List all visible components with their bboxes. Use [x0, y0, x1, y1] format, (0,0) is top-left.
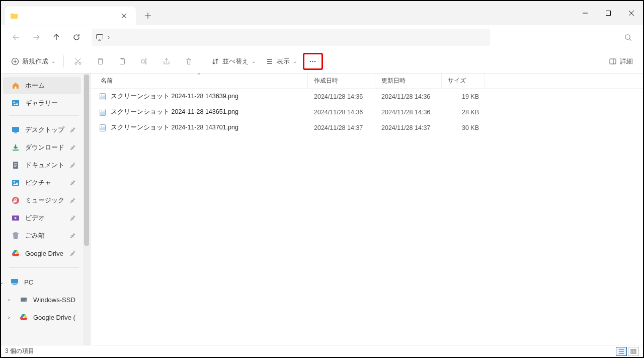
file-size: 19 KB	[442, 93, 485, 100]
new-tab-button[interactable]	[139, 7, 157, 25]
sidebar-item-music[interactable]: ミュージック	[3, 192, 81, 209]
svg-rect-35	[631, 352, 633, 353]
minimize-button[interactable]	[574, 5, 597, 21]
gdrive-icon	[19, 313, 28, 322]
sidebar-item-picture[interactable]: ピクチャ	[3, 174, 81, 191]
svg-rect-33	[631, 349, 633, 351]
trash-icon	[11, 231, 20, 240]
tab[interactable]	[5, 7, 136, 25]
pin-icon	[70, 162, 77, 169]
column-size-label: サイズ	[448, 77, 466, 85]
details-pane-button[interactable]: 詳細	[605, 53, 637, 70]
svg-point-30	[101, 110, 102, 111]
column-modified[interactable]: 更新日時	[375, 74, 442, 88]
file-created: 2024/11/28 14:36	[308, 109, 375, 116]
column-name[interactable]: 名前 ⌃	[91, 74, 308, 88]
svg-rect-15	[14, 132, 17, 133]
svg-point-32	[101, 126, 102, 127]
address-bar[interactable]: ›	[92, 29, 490, 46]
navbar: ›	[1, 25, 643, 49]
file-name-cell: スクリーンショット 2024-11-28 143651.png	[91, 108, 308, 116]
more-button[interactable]: ···	[303, 53, 323, 70]
sidebar-item-label: ごみ箱	[25, 231, 45, 240]
sidebar-item-video[interactable]: ビデオ	[3, 209, 81, 227]
sidebar-item-gdrive[interactable]: Google Drive	[3, 245, 81, 262]
file-row[interactable]: スクリーンショット 2024-11-28 143651.png2024/11/2…	[91, 104, 643, 120]
sidebar-tree-gdrive[interactable]: ›Google Drive (	[3, 309, 81, 326]
cut-button[interactable]	[68, 53, 88, 70]
column-created[interactable]: 作成日時	[308, 74, 375, 88]
back-button[interactable]	[7, 28, 25, 46]
pin-icon	[70, 126, 77, 133]
sort-icon	[211, 57, 219, 65]
new-button[interactable]: 新規作成 ⌄	[7, 53, 59, 70]
download-icon	[11, 143, 20, 152]
column-name-label: 名前	[101, 77, 113, 85]
sidebar-tree-pc[interactable]: ⌄PC	[3, 273, 81, 291]
sidebar-item-label: ダウンロード	[25, 143, 64, 152]
pin-icon	[70, 250, 77, 257]
sidebar-tree: ⌄PC›Windows-SSD›Google Drive (	[1, 270, 83, 329]
sort-button[interactable]: 並べ替え ⌄	[207, 53, 260, 70]
sidebar-item-home[interactable]: ホーム	[3, 77, 81, 94]
home-icon	[11, 81, 20, 90]
sidebar-item-gallery[interactable]: ギャラリー	[3, 95, 81, 112]
svg-rect-21	[13, 233, 19, 234]
file-created: 2024/11/28 14:37	[308, 124, 375, 131]
svg-rect-17	[12, 180, 19, 186]
delete-button[interactable]	[179, 53, 199, 70]
file-name-cell: スクリーンショット 2024-11-28 143701.png	[91, 123, 308, 132]
paste-button[interactable]	[112, 53, 132, 70]
sidebar-item-trash[interactable]: ごみ箱	[3, 227, 81, 244]
file-row[interactable]: スクリーンショット 2024-11-28 143639.png2024/11/2…	[91, 89, 643, 104]
copy-button[interactable]	[90, 53, 110, 70]
pin-icon	[70, 144, 77, 151]
sidebar-item-label: ミュージック	[25, 196, 64, 205]
rename-button[interactable]	[134, 53, 154, 70]
search-box[interactable]	[496, 29, 637, 46]
sidebar-separator	[9, 115, 79, 116]
svg-rect-34	[634, 349, 636, 351]
sidebar-tree-disk[interactable]: ›Windows-SSD	[3, 291, 81, 308]
gallery-icon	[11, 99, 20, 108]
sidebar-item-document[interactable]: ドキュメント	[3, 157, 81, 174]
svg-point-26	[25, 300, 26, 301]
sidebar-item-label: ホーム	[25, 81, 45, 90]
pin-icon	[70, 197, 77, 204]
titlebar	[1, 1, 643, 25]
svg-rect-12	[12, 100, 19, 106]
file-size: 30 KB	[442, 124, 485, 131]
image-file-icon	[99, 93, 107, 101]
close-button[interactable]	[620, 5, 643, 21]
chevron-right-icon[interactable]: ›	[108, 34, 110, 41]
content-area: 名前 ⌃ 作成日時 更新日時 サイズ スクリーンショット 2024-11-28 …	[91, 74, 643, 345]
tree-chevron-icon[interactable]: ›	[8, 297, 14, 303]
thumbnails-view-button[interactable]	[628, 347, 639, 356]
forward-button[interactable]	[27, 28, 45, 46]
sidebar-item-label: Google Drive (	[33, 314, 75, 321]
tree-chevron-icon[interactable]: ›	[8, 314, 14, 320]
scrollbar-thumb[interactable]	[84, 75, 89, 246]
sidebar-scrollbar[interactable]	[83, 74, 90, 345]
sidebar-item-label: ビデオ	[25, 213, 45, 223]
sidebar-item-desktop[interactable]: デスクトップ	[3, 121, 81, 138]
maximize-button[interactable]	[597, 5, 620, 21]
file-row[interactable]: スクリーンショット 2024-11-28 143701.png2024/11/2…	[91, 120, 643, 135]
panel-icon	[609, 57, 617, 65]
sidebar-item-download[interactable]: ダウンロード	[3, 139, 81, 156]
svg-rect-1	[97, 35, 103, 39]
file-name: スクリーンショット 2024-11-28 143701.png	[111, 123, 238, 132]
view-button[interactable]: 表示 ⌄	[262, 53, 301, 70]
svg-rect-7	[120, 58, 125, 64]
tree-chevron-icon[interactable]: ⌄	[1, 279, 5, 285]
up-button[interactable]	[47, 28, 65, 46]
column-size[interactable]: サイズ	[442, 74, 485, 88]
sidebar-pinned: デスクトップダウンロードドキュメントピクチャミュージックビデオごみ箱Google…	[1, 118, 83, 265]
desktop-icon	[11, 125, 20, 134]
details-view-button[interactable]	[616, 347, 627, 356]
pc-icon	[10, 277, 19, 287]
refresh-button[interactable]	[67, 28, 86, 46]
tab-close-button[interactable]	[117, 9, 131, 23]
share-button[interactable]	[156, 53, 177, 70]
file-name-cell: スクリーンショット 2024-11-28 143639.png	[91, 92, 308, 101]
